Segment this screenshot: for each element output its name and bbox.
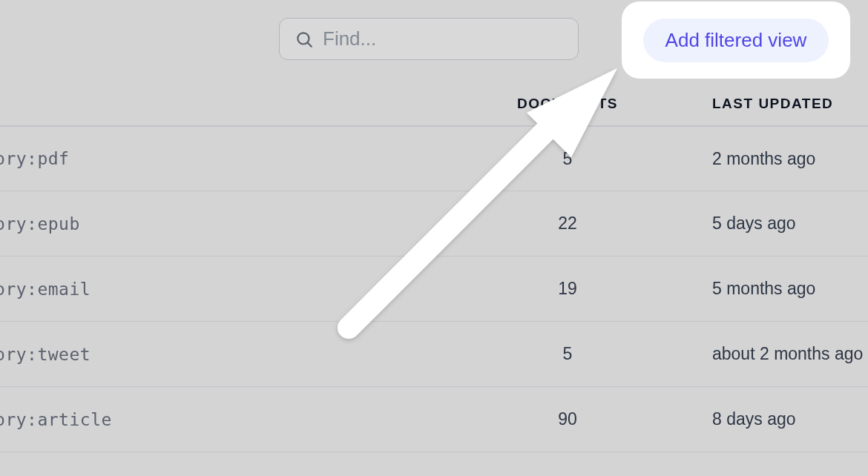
table-row[interactable]: tegory:email 19 5 months ago [0,257,868,322]
cell-documents: 19 [490,279,645,299]
cell-query: tegory:article [0,410,490,429]
cell-query: tegory:epub [0,214,490,234]
col-header-last-updated: LAST UPDATED [645,96,868,112]
cell-documents: 90 [490,409,645,429]
cell-query: tegory:tweet [0,345,490,364]
cell-last-updated: about 2 months ago [645,344,868,364]
table-row[interactable]: tegory:tweet 5 about 2 months ago [0,322,868,387]
cell-last-updated: 8 days ago [645,409,868,429]
add-filtered-view-button[interactable]: Add filtered view [643,19,829,62]
cell-documents: 22 [490,214,645,234]
cell-query: tegory:email [0,280,490,299]
views-table: ERY DOCUMENTS LAST UPDATED tegory:pdf 5 … [0,78,868,452]
cell-last-updated: 5 days ago [645,214,868,234]
cell-documents: 5 [490,149,645,169]
highlight-callout: Add filtered view [622,1,850,79]
search-icon [295,30,314,49]
search-wrapper [279,18,579,60]
col-header-query: ERY [0,96,490,112]
cell-documents: 5 [490,344,645,364]
cell-last-updated: 5 months ago [645,279,868,299]
cell-query: tegory:pdf [0,149,490,168]
table-row[interactable]: tegory:epub 22 5 days ago [0,191,868,257]
table-row[interactable]: tegory:pdf 5 2 months ago [0,126,868,191]
cell-last-updated: 2 months ago [645,149,868,169]
search-input[interactable] [323,27,563,50]
table-header-row: ERY DOCUMENTS LAST UPDATED [0,78,868,126]
table-row[interactable]: tegory:article 90 8 days ago [0,387,868,452]
svg-line-1 [307,42,311,46]
col-header-documents: DOCUMENTS [490,96,645,112]
